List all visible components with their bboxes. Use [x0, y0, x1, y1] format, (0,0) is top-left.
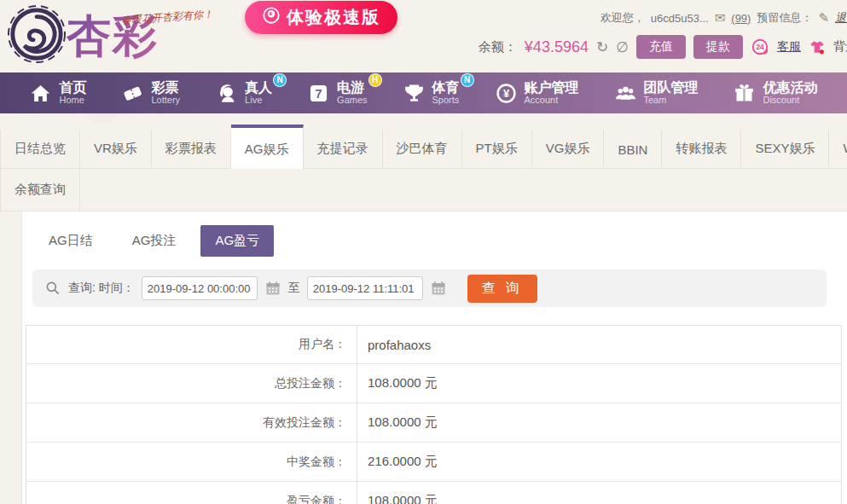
withdraw-button[interactable]: 提款 — [693, 35, 743, 59]
logout-link[interactable]: 退出 — [835, 10, 847, 26]
report-tabs-row2: 余额查询 — [0, 169, 847, 211]
row-value: 108.0000 元 — [357, 482, 842, 504]
ticket-icon — [121, 82, 144, 105]
subtab-ag-bets[interactable]: AG投注 — [118, 225, 191, 257]
row-label: 总投注金额： — [26, 364, 357, 403]
svg-text:7: 7 — [316, 87, 322, 101]
row-label: 盈亏金额： — [26, 482, 357, 504]
tab-vr[interactable]: VR娱乐 — [80, 130, 152, 168]
header-user-area: 欢迎您， u6cd5u53... ✉ (99) 预留信息： ✎ 退出 余额： ¥… — [479, 10, 847, 59]
logo-icon — [7, 4, 67, 67]
new-badge: N — [273, 73, 287, 87]
to-label: 至 — [288, 281, 300, 296]
nav-item-lottery[interactable]: 彩票 Lottery — [121, 81, 180, 105]
table-row: 有效投注金额： 108.0000 元 — [26, 403, 842, 443]
table-row: 用户名： profahaoxs — [26, 326, 842, 364]
nav-item-live[interactable]: 真人 Live N — [215, 81, 272, 105]
query-button[interactable]: 查 询 — [467, 275, 537, 303]
username: u6cd5u53... — [651, 12, 709, 25]
tab-ag[interactable]: AG娱乐 — [231, 125, 304, 169]
tab-bbin[interactable]: BBIN — [604, 131, 662, 168]
balance-value: ¥43.5964 — [525, 38, 589, 56]
query-time-label: 查询: 时间： — [68, 281, 135, 296]
shirt-icon — [809, 38, 826, 55]
subtab-ag-daily[interactable]: AG日结 — [34, 225, 107, 257]
tab-transfer-report[interactable]: 转账报表 — [662, 130, 741, 168]
row-value: 108.0000 元 — [357, 403, 842, 443]
team-people-icon — [614, 82, 637, 105]
svg-text:9: 9 — [269, 11, 273, 16]
profit-report-table: 用户名： profahaoxs 总投注金额： 108.0000 元 有效投注金额… — [26, 325, 842, 504]
subtab-ag-profit[interactable]: AG盈亏 — [200, 225, 274, 257]
message-label: 预留信息： — [757, 10, 812, 26]
row-label: 有效投注金额： — [26, 403, 357, 443]
nav-item-games[interactable]: 7 电游 Games H — [307, 81, 367, 105]
refresh-icon[interactable]: ↻ — [596, 38, 608, 56]
gift-icon — [733, 82, 756, 105]
games-7-icon: 7 — [307, 82, 330, 105]
row-value: 108.0000 元 — [357, 364, 842, 403]
tab-lottery-report[interactable]: 彩票报表 — [152, 130, 231, 168]
nav-item-sports[interactable]: 体育 Sports N — [403, 81, 460, 105]
mail-count-link[interactable]: (99) — [731, 12, 751, 25]
balance-row: 余额： ¥43.5964 ↻ ∅ 充值 提款 24 客服 背景 — [479, 35, 847, 59]
welcome-label: 欢迎您， — [600, 10, 645, 26]
new-badge: N — [461, 73, 474, 87]
tab-vg[interactable]: VG娱乐 — [532, 130, 605, 168]
trophy-icon — [403, 82, 426, 105]
search-icon — [44, 280, 61, 297]
datetime-from-input[interactable] — [142, 276, 258, 300]
site-header: 杏彩 春暖花开杏彩有你！ 9 体验极速版 欢迎您， u6cd5u53... ✉ … — [0, 0, 847, 72]
report-tabstrip: 日结总览 VR娱乐 彩票报表 AG娱乐 充提记录 沙巴体育 PT娱乐 VG娱乐 … — [0, 113, 847, 211]
ball-icon: 9 — [262, 6, 281, 29]
row-label: 中奖金额： — [26, 443, 357, 482]
row-label: 用户名： — [26, 326, 357, 364]
user-info-row: 欢迎您， u6cd5u53... ✉ (99) 预留信息： ✎ 退出 — [479, 10, 847, 26]
tab-pt[interactable]: PT娱乐 — [462, 130, 532, 168]
customer-service-link[interactable]: 客服 — [777, 39, 801, 55]
hot-badge: H — [368, 73, 382, 87]
tab-wm[interactable]: WM娱乐 — [829, 130, 847, 168]
main-nav: 首页 Home 彩票 Lottery 真人 Live N — [0, 72, 847, 113]
report-tabs-row1: 日结总览 VR娱乐 彩票报表 AG娱乐 充提记录 沙巴体育 PT娱乐 VG娱乐 … — [0, 125, 847, 169]
balance-label: 余额： — [479, 39, 517, 55]
coin-yen-icon: ¥ — [495, 82, 518, 105]
table-row: 总投注金额： 108.0000 元 — [26, 364, 842, 403]
ag-subtabs: AG日结 AG投注 AG盈亏 — [22, 211, 847, 257]
tab-balance-query[interactable]: 余额查询 — [0, 169, 80, 211]
live-dealer-icon — [215, 82, 238, 105]
row-value: 216.0000 元 — [357, 443, 842, 482]
nav-item-home[interactable]: 首页 Home — [29, 81, 86, 105]
calendar-icon[interactable] — [430, 280, 447, 297]
row-value: profahaoxs — [357, 326, 842, 364]
edit-icon[interactable]: ✎ — [818, 10, 829, 26]
mail-icon[interactable]: ✉ — [715, 10, 726, 26]
tab-saba-sports[interactable]: 沙巴体育 — [383, 130, 462, 168]
svg-text:¥: ¥ — [502, 87, 509, 100]
table-row: 盈亏金额： 108.0000 元 — [26, 482, 842, 504]
content-panel: AG日结 AG投注 AG盈亏 查询: 时间： 至 — [21, 211, 847, 504]
calendar-icon[interactable] — [264, 280, 281, 297]
nav-item-team[interactable]: 团队管理 Team — [614, 81, 699, 105]
recharge-button[interactable]: 充值 — [636, 35, 686, 59]
home-icon — [29, 82, 52, 105]
service-24-icon: 24 — [751, 38, 769, 56]
background-link[interactable]: 背景 — [833, 39, 847, 55]
tab-daily-overview[interactable]: 日结总览 — [0, 130, 80, 168]
eye-off-icon[interactable]: ∅ — [616, 38, 629, 56]
table-row: 中奖金额： 216.0000 元 — [26, 443, 842, 482]
speed-version-badge[interactable]: 9 体验极速版 — [245, 1, 397, 34]
datetime-to-input[interactable] — [307, 276, 423, 300]
nav-item-account[interactable]: ¥ 账户管理 Account — [495, 81, 579, 105]
query-bar: 查询: 时间： 至 查 询 — [32, 269, 827, 307]
svg-text:24: 24 — [756, 43, 764, 51]
tab-sexy[interactable]: SEXY娱乐 — [741, 130, 829, 168]
tab-deposit-withdraw[interactable]: 充提记录 — [304, 130, 383, 168]
nav-item-discount[interactable]: 优惠活动 Discount — [733, 81, 817, 105]
speed-badge-label: 体验极速版 — [287, 6, 380, 29]
